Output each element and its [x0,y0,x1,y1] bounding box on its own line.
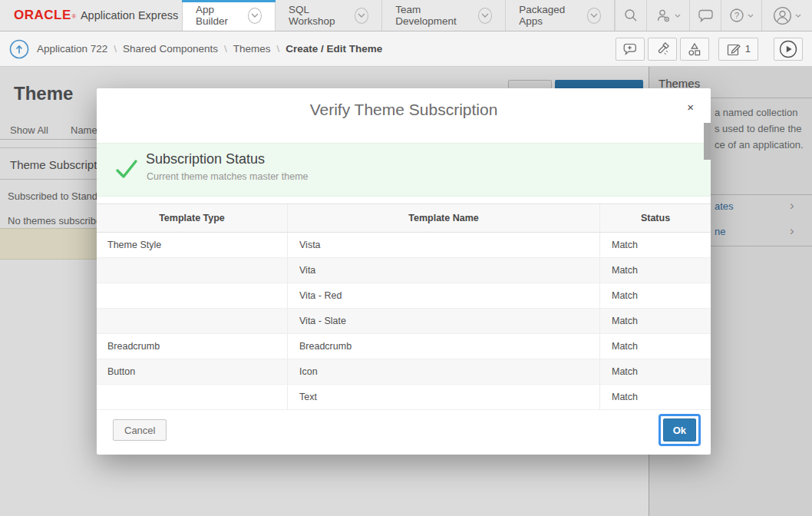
product-name: Application Express [81,9,178,22]
chevron-down-icon[interactable] [248,8,262,24]
table-row: Theme StyleVistaMatch [97,233,711,258]
admin-user-wrench-icon [656,8,672,22]
breadcrumb: Application 722 \ Shared Components \ Th… [37,43,382,55]
edit-page-number: 1 [745,43,751,55]
top-navigation-bar: ORACLE® Application Express App Builder … [0,0,812,31]
breadcrumb-shared-components[interactable]: Shared Components [123,43,218,55]
main-nav-tabs: App Builder SQL Workshop Team Developmen… [182,0,615,31]
table-row: Vita - SlateMatch [97,309,711,334]
status-cell: Match [600,283,711,308]
template-type-cell: Breadcrumb [97,334,288,359]
help-question-icon: ? [729,8,744,23]
oracle-apex-logo: ORACLE® Application Express [0,0,182,31]
success-check-icon [114,156,140,182]
dialog-title: Verify Theme Subscription [97,101,711,119]
shapes-icon [687,41,702,57]
status-cell: Match [600,334,711,359]
tab-sql-workshop[interactable]: SQL Workshop [276,0,382,31]
ok-button-focus-ring: Ok [659,414,701,446]
up-level-button[interactable] [9,39,29,59]
template-table-body: Theme StyleVistaMatchVitaMatchVita - Red… [97,233,711,410]
chevron-down-icon[interactable] [355,8,368,24]
table-header-row: Template Type Template Name Status [97,203,711,233]
status-cell: Match [600,233,711,257]
page-toolbar: 1 [616,38,812,61]
content-area: Theme Show All Name Theme Subscriptio Su… [0,67,812,516]
close-icon[interactable]: × [687,101,694,113]
status-cell: Match [600,309,711,333]
utility-icon-strip: ? [615,0,812,31]
column-header-template-type: Template Type [97,204,288,232]
comment-plus-icon [622,42,638,56]
search-button[interactable] [615,0,646,31]
table-row: ButtonIconMatch [97,359,711,385]
template-name-cell: Vista [288,233,600,257]
table-row: BreadcrumbBreadcrumbMatch [97,334,711,359]
table-row: Vita - RedMatch [97,283,711,309]
flashlight-icon [655,41,670,57]
chevron-down-icon[interactable] [478,8,492,24]
chevron-down-icon[interactable] [587,8,601,24]
edit-page-button[interactable]: 1 [718,38,758,61]
template-type-cell [97,309,288,333]
svg-text:?: ? [734,11,739,20]
feedback-chat-button[interactable] [689,0,721,31]
chat-bubble-icon [698,8,714,22]
template-type-cell [97,258,288,283]
administration-menu-button[interactable] [646,0,689,31]
tab-team-development[interactable]: Team Development [382,0,506,31]
breadcrumb-separator: \ [114,43,117,55]
template-table: Template Type Template Name Status Theme… [97,203,711,410]
template-type-cell [97,283,288,308]
status-cell: Match [600,385,711,409]
debug-flashlight-button[interactable] [648,38,677,61]
tab-packaged-apps[interactable]: Packaged Apps [506,0,615,31]
oracle-brand: ORACLE [14,8,71,23]
shared-components-button[interactable] [680,38,709,61]
edit-pencil-icon [726,41,741,57]
template-name-cell: Breadcrumb [288,334,600,359]
tab-label: Team Development [395,4,471,27]
breadcrumb-separator: \ [224,43,227,55]
cancel-button[interactable]: Cancel [113,419,167,441]
template-name-cell: Vita - Red [288,283,600,308]
template-name-cell: Icon [288,359,600,384]
tab-label: SQL Workshop [289,4,348,27]
tab-app-builder[interactable]: App Builder [182,0,276,31]
breadcrumb-current-page: Create / Edit Theme [286,43,382,55]
column-header-status: Status [600,204,711,232]
registered-mark: ® [72,14,76,19]
modal-scrollbar-thumb[interactable] [704,123,711,160]
status-cell: Match [600,359,711,384]
user-account-menu-button[interactable] [761,0,812,31]
run-application-button[interactable] [774,38,803,61]
breadcrumb-themes[interactable]: Themes [233,43,271,55]
chevron-down-icon [675,14,681,18]
template-type-cell [97,385,288,409]
help-menu-button[interactable]: ? [721,0,761,31]
play-icon [779,40,797,58]
breadcrumb-application[interactable]: Application 722 [37,43,107,55]
chevron-down-icon [748,14,754,18]
ok-button[interactable]: Ok [663,418,696,442]
feedback-button[interactable] [616,38,645,61]
template-name-cell: Text [288,385,600,409]
tab-label: App Builder [196,4,241,27]
breadcrumb-separator: \ [276,43,279,55]
status-subtext: Current theme matches master theme [147,171,309,182]
success-banner: Subscription Status Current theme matche… [97,143,711,197]
table-row: VitaMatch [97,258,711,283]
template-type-cell: Theme Style [97,233,288,257]
table-row: TextMatch [97,385,711,410]
status-cell: Match [600,258,711,283]
user-avatar-icon [773,6,792,25]
search-icon [624,8,638,22]
column-header-template-name: Template Name [288,204,600,232]
verify-theme-subscription-dialog: Verify Theme Subscription × Subscription… [97,88,711,455]
app-window: ORACLE® Application Express App Builder … [0,0,812,516]
template-type-cell: Button [97,359,288,384]
chevron-down-icon [795,14,801,18]
status-heading: Subscription Status [146,151,265,167]
tab-label: Packaged Apps [519,4,580,27]
breadcrumb-bar: Application 722 \ Shared Components \ Th… [0,31,812,67]
